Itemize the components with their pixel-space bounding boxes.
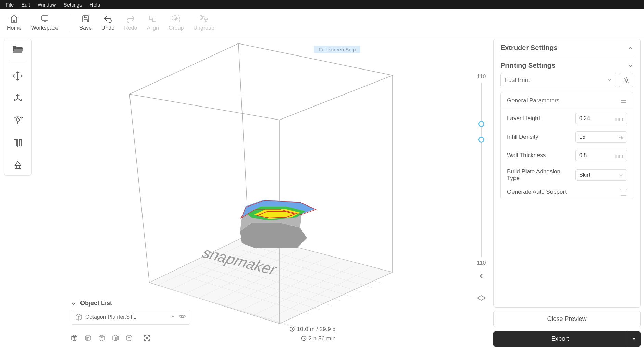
object-name: Octagon Planter.STL [85, 314, 168, 320]
menu-bar: File Edit Window Settings Help [0, 0, 644, 9]
adhesion-type-select[interactable]: Skirt [575, 169, 627, 181]
layer-slider: 110 110 [476, 74, 486, 303]
home-button[interactable]: Home [7, 14, 22, 31]
visibility-icon[interactable] [178, 314, 186, 321]
undo-icon [103, 14, 113, 24]
close-preview-button[interactable]: Close Preview [493, 311, 641, 327]
chevron-down-icon [607, 78, 612, 83]
adhesion-type-row: Build Plate Adhesion Type Skirt [501, 165, 633, 185]
mirror-tool[interactable] [11, 137, 25, 148]
ungroup-icon [199, 14, 209, 24]
scale-tool[interactable] [11, 93, 25, 104]
home-icon [9, 14, 19, 24]
layer-slider-track[interactable] [481, 83, 482, 257]
view-left-icon[interactable] [125, 334, 133, 343]
object-list-header[interactable]: Object List [71, 297, 190, 310]
print-time: 2 h 56 min [309, 334, 336, 343]
layer-bottom-value: 110 [477, 260, 486, 266]
rotate-tool[interactable] [11, 115, 25, 126]
view-mode-bar [71, 334, 190, 343]
general-parameters-box: General Parameters Layer Height 0.24 mm … [500, 92, 633, 199]
svg-rect-10 [205, 20, 207, 21]
preset-settings-button[interactable] [619, 73, 633, 87]
view-right-icon[interactable] [112, 334, 119, 343]
view-orientation-icon[interactable] [476, 295, 486, 303]
layer-slider-thumb-bottom[interactable] [478, 137, 484, 143]
group-icon [171, 14, 181, 24]
print-preset-select[interactable]: Fast Print [500, 73, 616, 87]
move-tool[interactable] [11, 71, 25, 82]
menu-help[interactable]: Help [86, 1, 104, 9]
svg-point-50 [625, 79, 628, 82]
menu-icon [620, 98, 627, 103]
wall-thickness-row: Wall Thickness 0.8 mm [501, 146, 633, 165]
open-file-button[interactable] [11, 44, 25, 55]
settings-panel: Extruder Settings Printing Settings Fast… [493, 39, 641, 347]
group-button[interactable]: Group [169, 14, 184, 31]
object-list-item[interactable]: Octagon Planter.STL [71, 310, 190, 325]
menu-edit[interactable]: Edit [18, 1, 34, 9]
separator [9, 63, 26, 63]
chevron-up-icon [627, 45, 633, 51]
infill-density-input[interactable]: 15 % [575, 131, 627, 143]
wall-thickness-input[interactable]: 0.8 mm [575, 150, 627, 161]
material-usage: 10.0 m / 29.9 g [297, 325, 336, 334]
chevron-down-icon [627, 63, 633, 69]
cube-icon [75, 313, 83, 321]
save-button[interactable]: Save [79, 14, 91, 31]
chevron-down-icon [71, 300, 77, 307]
object-options-icon[interactable] [170, 313, 176, 321]
view-front-icon[interactable] [84, 334, 92, 343]
gear-icon [622, 76, 630, 84]
svg-line-31 [129, 94, 149, 283]
view-top-icon[interactable] [98, 334, 106, 343]
fit-view-icon[interactable] [143, 334, 151, 343]
clock-icon [301, 336, 307, 341]
object-list-panel: Object List Octagon Planter.STL [71, 297, 190, 343]
svg-rect-0 [42, 16, 48, 20]
align-icon [148, 14, 158, 24]
build-volume: snapmaker [95, 36, 403, 334]
export-dropdown-button[interactable] [627, 331, 641, 347]
transform-toolbar [4, 39, 32, 176]
svg-point-47 [292, 328, 293, 330]
svg-line-35 [129, 94, 280, 120]
ungroup-button[interactable]: Ungroup [193, 14, 214, 31]
print-estimate: 10.0 m / 29.9 g 2 h 56 min [289, 325, 336, 343]
svg-line-38 [129, 43, 238, 94]
3d-viewport[interactable]: snapmaker Full-screen Snip 110 11 [33, 36, 493, 350]
export-button[interactable]: Export [493, 331, 641, 347]
svg-rect-9 [201, 17, 203, 18]
save-icon [81, 14, 90, 24]
caret-down-icon [632, 337, 636, 341]
svg-rect-1 [83, 16, 89, 22]
menu-window[interactable]: Window [34, 1, 59, 9]
material-icon [289, 326, 295, 332]
support-tool[interactable] [11, 159, 25, 171]
layer-prev-button[interactable] [478, 273, 484, 281]
extruder-settings-header[interactable]: Extruder Settings [500, 44, 633, 52]
chevron-down-icon [619, 173, 623, 177]
svg-point-49 [181, 315, 183, 317]
view-iso-icon[interactable] [71, 334, 78, 343]
main-toolbar: Home Workspace Save Undo Redo Align [0, 9, 644, 36]
layer-top-value: 110 [477, 74, 486, 80]
layer-height-input[interactable]: 0.24 mm [575, 113, 627, 124]
redo-button[interactable]: Redo [124, 14, 137, 31]
svg-line-36 [280, 75, 393, 120]
menu-file[interactable]: File [2, 1, 17, 9]
layer-slider-thumb-top[interactable] [478, 121, 484, 127]
menu-settings[interactable]: Settings [60, 1, 85, 9]
auto-support-checkbox[interactable] [620, 189, 627, 196]
snip-overlay: Full-screen Snip [314, 46, 360, 53]
infill-density-row: Infill Density 15 % [501, 128, 633, 146]
align-button[interactable]: Align [147, 14, 159, 31]
model-preview [240, 200, 316, 248]
redo-icon [126, 14, 135, 24]
toolbar-separator [69, 15, 69, 30]
printing-settings-header[interactable]: Printing Settings [500, 62, 633, 70]
auto-support-row: Generate Auto Support [501, 185, 633, 199]
undo-button[interactable]: Undo [101, 14, 114, 31]
general-parameters-header[interactable]: General Parameters [501, 92, 633, 109]
workspace-button[interactable]: Workspace [31, 14, 59, 31]
